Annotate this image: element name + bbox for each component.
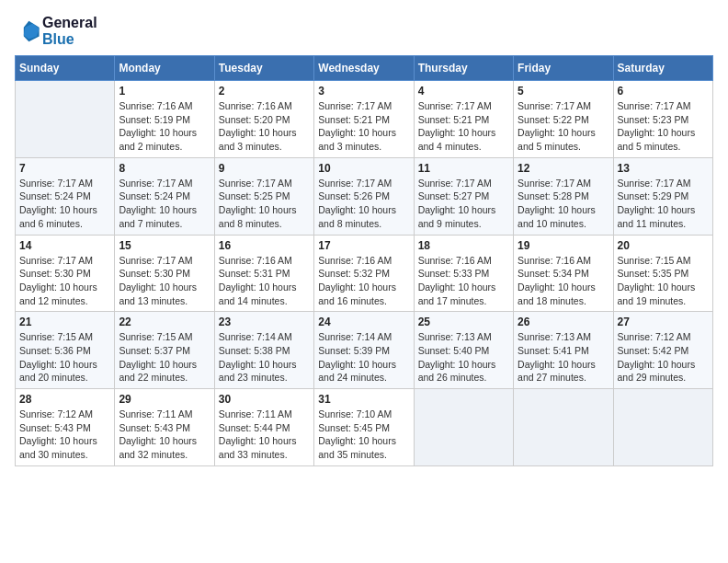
calendar-table: SundayMondayTuesdayWednesdayThursdayFrid… — [15, 55, 713, 466]
calendar-cell: 29Sunrise: 7:11 AM Sunset: 5:43 PM Dayli… — [115, 389, 214, 466]
day-info: Sunrise: 7:12 AM Sunset: 5:43 PM Dayligh… — [19, 408, 110, 462]
calendar-week-row: 7Sunrise: 7:17 AM Sunset: 5:24 PM Daylig… — [16, 157, 713, 235]
calendar-cell: 19Sunrise: 7:16 AM Sunset: 5:34 PM Dayli… — [514, 235, 613, 312]
day-number: 23 — [219, 316, 310, 328]
day-number: 29 — [119, 393, 210, 406]
day-info: Sunrise: 7:16 AM Sunset: 5:34 PM Dayligh… — [518, 254, 609, 308]
calendar-day-header: Sunday — [16, 56, 115, 81]
calendar-cell: 18Sunrise: 7:16 AM Sunset: 5:33 PM Dayli… — [414, 235, 513, 312]
calendar-cell: 2Sunrise: 7:16 AM Sunset: 5:20 PM Daylig… — [214, 81, 313, 158]
day-info: Sunrise: 7:17 AM Sunset: 5:24 PM Dayligh… — [19, 177, 110, 231]
day-info: Sunrise: 7:17 AM Sunset: 5:21 PM Dayligh… — [318, 99, 409, 154]
calendar-week-row: 14Sunrise: 7:17 AM Sunset: 5:30 PM Dayli… — [16, 235, 713, 312]
day-number: 6 — [618, 85, 709, 98]
calendar-week-row: 21Sunrise: 7:15 AM Sunset: 5:36 PM Dayli… — [16, 312, 713, 389]
day-info: Sunrise: 7:14 AM Sunset: 5:38 PM Dayligh… — [219, 330, 310, 385]
calendar-cell: 15Sunrise: 7:17 AM Sunset: 5:30 PM Dayli… — [115, 235, 214, 312]
day-number: 13 — [618, 162, 709, 175]
calendar-cell: 22Sunrise: 7:15 AM Sunset: 5:37 PM Dayli… — [115, 312, 214, 389]
calendar-cell: 12Sunrise: 7:17 AM Sunset: 5:28 PM Dayli… — [514, 157, 613, 235]
day-info: Sunrise: 7:16 AM Sunset: 5:19 PM Dayligh… — [119, 99, 210, 154]
day-number: 19 — [518, 239, 609, 252]
day-number: 16 — [219, 239, 310, 252]
calendar-cell: 20Sunrise: 7:15 AM Sunset: 5:35 PM Dayli… — [613, 235, 712, 312]
day-number: 24 — [318, 316, 409, 328]
day-number: 15 — [119, 239, 210, 252]
day-info: Sunrise: 7:17 AM Sunset: 5:22 PM Dayligh… — [518, 99, 609, 154]
day-info: Sunrise: 7:17 AM Sunset: 5:23 PM Dayligh… — [618, 99, 709, 154]
calendar-cell: 9Sunrise: 7:17 AM Sunset: 5:25 PM Daylig… — [214, 157, 313, 235]
day-number: 21 — [19, 316, 110, 328]
calendar-day-header: Saturday — [613, 56, 712, 81]
day-info: Sunrise: 7:11 AM Sunset: 5:43 PM Dayligh… — [119, 408, 210, 462]
calendar-day-header: Tuesday — [214, 56, 313, 81]
day-number: 30 — [219, 393, 310, 406]
day-info: Sunrise: 7:17 AM Sunset: 5:30 PM Dayligh… — [119, 254, 210, 308]
calendar-cell: 6Sunrise: 7:17 AM Sunset: 5:23 PM Daylig… — [613, 81, 712, 158]
calendar-cell: 1Sunrise: 7:16 AM Sunset: 5:19 PM Daylig… — [115, 81, 214, 158]
day-number: 22 — [119, 316, 210, 328]
day-info: Sunrise: 7:14 AM Sunset: 5:39 PM Dayligh… — [318, 330, 409, 385]
calendar-day-header: Wednesday — [314, 56, 414, 81]
day-info: Sunrise: 7:16 AM Sunset: 5:33 PM Dayligh… — [418, 254, 509, 308]
calendar-cell: 13Sunrise: 7:17 AM Sunset: 5:29 PM Dayli… — [613, 157, 712, 235]
day-number: 7 — [19, 162, 110, 175]
day-number: 12 — [518, 162, 609, 175]
day-number: 26 — [518, 316, 609, 328]
day-info: Sunrise: 7:17 AM Sunset: 5:28 PM Dayligh… — [518, 177, 609, 231]
calendar-week-row: 1Sunrise: 7:16 AM Sunset: 5:19 PM Daylig… — [16, 81, 713, 158]
calendar-cell: 28Sunrise: 7:12 AM Sunset: 5:43 PM Dayli… — [16, 389, 115, 466]
day-number: 4 — [418, 85, 509, 98]
day-info: Sunrise: 7:17 AM Sunset: 5:30 PM Dayligh… — [19, 254, 110, 308]
calendar-cell — [16, 81, 115, 158]
calendar-day-header: Thursday — [414, 56, 513, 81]
calendar-day-header: Monday — [115, 56, 214, 81]
logo-icon — [15, 18, 40, 44]
calendar-cell: 7Sunrise: 7:17 AM Sunset: 5:24 PM Daylig… — [16, 157, 115, 235]
calendar-cell: 11Sunrise: 7:17 AM Sunset: 5:27 PM Dayli… — [414, 157, 513, 235]
calendar-cell: 24Sunrise: 7:14 AM Sunset: 5:39 PM Dayli… — [314, 312, 414, 389]
day-number: 27 — [618, 316, 709, 328]
calendar-cell: 3Sunrise: 7:17 AM Sunset: 5:21 PM Daylig… — [314, 81, 414, 158]
calendar-cell — [514, 389, 613, 466]
day-number: 10 — [318, 162, 409, 175]
day-info: Sunrise: 7:17 AM Sunset: 5:21 PM Dayligh… — [418, 99, 509, 154]
calendar-cell: 5Sunrise: 7:17 AM Sunset: 5:22 PM Daylig… — [514, 81, 613, 158]
calendar-cell: 25Sunrise: 7:13 AM Sunset: 5:40 PM Dayli… — [414, 312, 513, 389]
day-info: Sunrise: 7:17 AM Sunset: 5:25 PM Dayligh… — [219, 177, 310, 231]
calendar-cell: 8Sunrise: 7:17 AM Sunset: 5:24 PM Daylig… — [115, 157, 214, 235]
day-number: 11 — [418, 162, 509, 175]
day-number: 17 — [318, 239, 409, 252]
calendar-day-header: Friday — [514, 56, 613, 81]
day-info: Sunrise: 7:11 AM Sunset: 5:44 PM Dayligh… — [219, 408, 310, 462]
calendar-cell: 16Sunrise: 7:16 AM Sunset: 5:31 PM Dayli… — [214, 235, 313, 312]
calendar-cell: 26Sunrise: 7:13 AM Sunset: 5:41 PM Dayli… — [514, 312, 613, 389]
calendar-cell: 27Sunrise: 7:12 AM Sunset: 5:42 PM Dayli… — [613, 312, 712, 389]
day-number: 31 — [318, 393, 409, 406]
calendar-cell: 31Sunrise: 7:10 AM Sunset: 5:45 PM Dayli… — [314, 389, 414, 466]
calendar-cell: 4Sunrise: 7:17 AM Sunset: 5:21 PM Daylig… — [414, 81, 513, 158]
day-number: 9 — [219, 162, 310, 175]
logo-text: General Blue — [42, 15, 97, 48]
page-header: General Blue — [15, 15, 713, 48]
day-number: 28 — [19, 393, 110, 406]
day-number: 3 — [318, 85, 409, 98]
day-number: 20 — [618, 239, 709, 252]
calendar-cell: 23Sunrise: 7:14 AM Sunset: 5:38 PM Dayli… — [214, 312, 313, 389]
calendar-cell: 30Sunrise: 7:11 AM Sunset: 5:44 PM Dayli… — [214, 389, 313, 466]
calendar-cell: 14Sunrise: 7:17 AM Sunset: 5:30 PM Dayli… — [16, 235, 115, 312]
day-number: 5 — [518, 85, 609, 98]
day-info: Sunrise: 7:15 AM Sunset: 5:37 PM Dayligh… — [119, 330, 210, 385]
logo: General Blue — [15, 15, 97, 48]
day-number: 25 — [418, 316, 509, 328]
day-info: Sunrise: 7:17 AM Sunset: 5:29 PM Dayligh… — [618, 177, 709, 231]
day-number: 8 — [119, 162, 210, 175]
day-number: 1 — [119, 85, 210, 98]
day-info: Sunrise: 7:13 AM Sunset: 5:40 PM Dayligh… — [418, 330, 509, 385]
day-info: Sunrise: 7:13 AM Sunset: 5:41 PM Dayligh… — [518, 330, 609, 385]
day-info: Sunrise: 7:15 AM Sunset: 5:36 PM Dayligh… — [19, 330, 110, 385]
day-info: Sunrise: 7:16 AM Sunset: 5:31 PM Dayligh… — [219, 254, 310, 308]
day-info: Sunrise: 7:17 AM Sunset: 5:24 PM Dayligh… — [119, 177, 210, 231]
day-info: Sunrise: 7:12 AM Sunset: 5:42 PM Dayligh… — [618, 330, 709, 385]
day-info: Sunrise: 7:16 AM Sunset: 5:20 PM Dayligh… — [219, 99, 310, 154]
